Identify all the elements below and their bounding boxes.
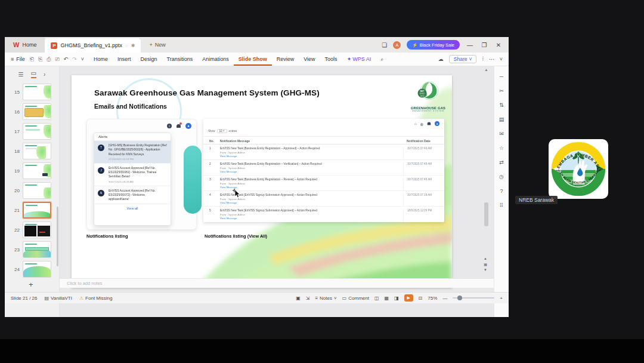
participant-video-tile[interactable]: LEMBAGA SUMBER ASLI DAN ALAM SEKITAR SAR… (549, 139, 608, 199)
tab-slide-show[interactable]: Slide Show (234, 53, 272, 66)
outline-view-icon[interactable]: ☰ (18, 71, 24, 78)
comment-pane-icon[interactable]: ✉ (499, 131, 504, 137)
close-button[interactable]: ✕ (494, 42, 503, 48)
slide-view-icon[interactable]: ▭ (31, 70, 36, 78)
slide-canvas[interactable]: Sarawak Greenhouse Gas Management System… (72, 75, 452, 288)
zoom-slider[interactable] (453, 297, 494, 299)
comment-button[interactable]: ▭ Comment (342, 296, 369, 301)
account-avatar[interactable]: A (393, 41, 401, 49)
print-icon[interactable]: ⎙ (47, 56, 51, 63)
slide-thumbnail[interactable] (23, 143, 51, 159)
sort-icon[interactable]: ⇅ (499, 102, 504, 108)
thumbnail-row-24[interactable]: 24 (5, 260, 60, 278)
thumbnail-row-16[interactable]: 16 (5, 103, 60, 121)
slide-jump-icon[interactable]: ▦ (484, 262, 487, 268)
notes-bar[interactable]: Click to add notes (60, 278, 494, 288)
ghgms-logo[interactable]: NET ZERO 2050 GREENHOUSE GAS MANAGEMENT … (409, 80, 447, 118)
notes-toggle[interactable]: ≡ Notes ˅ (315, 296, 336, 301)
slide-sorter-icon[interactable]: ▦ (384, 296, 389, 301)
tab-transitions[interactable]: Transitions (162, 56, 198, 62)
zoom-slider-handle[interactable] (457, 296, 462, 300)
slide-thumbnail[interactable] (23, 261, 51, 278)
alerts-screenshot[interactable]: i ● Alerts T [GHG-MS] Business Entity Re… (86, 119, 197, 230)
panel-scrollbar[interactable] (57, 207, 58, 266)
home-tab[interactable]: W Home (5, 37, 45, 53)
reading-view-icon[interactable]: ◨ (394, 296, 399, 301)
search-icon[interactable]: ⌕ (376, 56, 388, 63)
thumbnail-row-15[interactable]: 15 (5, 83, 60, 101)
tab-home[interactable]: Home (89, 56, 113, 62)
slide-subtitle[interactable]: Emails and Notifications (94, 103, 167, 110)
slide-title[interactable]: Sarawak Greenhouse Gas Management System… (94, 88, 320, 97)
undo-icon[interactable]: ↶ (64, 56, 69, 62)
font-missing-warning[interactable]: ⚠ Font Missing (79, 296, 113, 301)
selection-pane-icon[interactable]: ▣ (296, 296, 301, 301)
new-tab-button[interactable]: + New (149, 42, 165, 48)
slide-thumbnail[interactable] (23, 182, 51, 199)
tab-view[interactable]: View (299, 56, 320, 62)
black-friday-sale-button[interactable]: ⚡ Black Friday Sale (407, 40, 460, 50)
zoom-out-icon[interactable]: — (442, 296, 447, 301)
thumbnail-row-17[interactable]: 17 (5, 122, 60, 140)
copy-icon[interactable]: ▤ (499, 116, 504, 122)
export-icon[interactable]: ⎘ (38, 56, 42, 63)
next-slide-icon[interactable]: ▼ (484, 267, 487, 273)
slide-thumbnail-selected[interactable] (23, 202, 51, 219)
slide-thumbnail[interactable] (23, 241, 51, 258)
collapse-pane-icon[interactable]: ─ (500, 73, 503, 79)
redo-icon[interactable]: ↷ (72, 56, 77, 62)
tab-animations[interactable]: Animations (197, 56, 234, 62)
theme-indicator[interactable]: ▤ VanillaVTI (44, 296, 72, 301)
editor-scrollbar-thumb[interactable] (484, 202, 488, 226)
expand-panel-icon[interactable]: › (44, 71, 45, 78)
thumbnail-row-18[interactable]: 18 (5, 142, 60, 160)
add-slide-button[interactable]: + (29, 280, 33, 289)
move-pane-icon[interactable]: ⇲ (306, 296, 310, 301)
slide-thumbnail[interactable] (23, 222, 51, 238)
restore-button[interactable]: ❐ (480, 42, 488, 48)
previous-slide-icon[interactable]: ▲ (484, 256, 487, 262)
cut-icon[interactable]: ✂ (499, 88, 504, 94)
task-pane-icon[interactable]: ⫶ (482, 56, 483, 63)
share-button[interactable]: Share ˅ (449, 55, 477, 63)
thumbnail-row-20[interactable]: 20 (5, 182, 60, 199)
file-menu[interactable]: ≡ File (5, 56, 25, 62)
zoom-level[interactable]: 75% (428, 296, 437, 301)
help-icon[interactable]: ? (500, 188, 503, 194)
tab-insert[interactable]: Insert (113, 56, 136, 62)
favorites-icon[interactable]: ☆ (499, 145, 504, 151)
save-icon[interactable]: ⎗ (30, 56, 34, 63)
notifications-table-screenshot[interactable]: ⌂ ◍ ● Show 10 ˅ entries No. Notification… (203, 119, 444, 222)
tab-tools[interactable]: Tools (320, 56, 342, 62)
slide-thumbnail[interactable] (23, 123, 51, 140)
tab-design[interactable]: Design (135, 56, 162, 62)
minimize-button[interactable]: — (466, 42, 474, 48)
slide-thumbnail[interactable] (23, 162, 51, 179)
more-icon[interactable]: ⋯ (489, 56, 494, 62)
cloud-sync-icon[interactable]: ☁ (438, 56, 444, 62)
transfer-icon[interactable]: ⇄ (499, 159, 504, 165)
thumbnail-row-23[interactable]: 23 (5, 241, 60, 259)
history-icon[interactable]: ◷ (499, 174, 504, 180)
thumbnail-row-19[interactable]: 19 (5, 162, 60, 180)
fit-slide-icon[interactable]: ⊡ (419, 296, 423, 301)
quickbar-more-icon[interactable]: ˅ (81, 56, 84, 62)
slide-nav-buttons[interactable]: ▲ ▦ ▼ (484, 256, 487, 273)
zoom-in-icon[interactable]: + (500, 296, 503, 301)
slide-thumbnail[interactable] (23, 84, 51, 100)
tab-wps-ai[interactable]: ✦ WPS AI (342, 56, 376, 62)
document-tab[interactable]: P GHGMS_Briefing_v1.pptx ◌ ✱ (45, 38, 141, 53)
apps-grid-icon[interactable]: ⠿ (500, 202, 504, 208)
thumbnail-row-21[interactable]: 21 (5, 201, 60, 219)
window-switch-icon[interactable]: ❏ (382, 42, 387, 48)
normal-view-icon[interactable]: ◫ (374, 296, 379, 301)
caption-notifications-listing[interactable]: Notifications listing (86, 233, 128, 239)
collapse-ribbon-icon[interactable]: ˅ (500, 56, 503, 62)
thumbnail-row-22[interactable]: 22 (5, 221, 60, 239)
tab-review[interactable]: Review (272, 56, 299, 62)
print-preview-icon[interactable]: ⎚ (55, 56, 59, 63)
scroll-up-icon[interactable]: ▲ (484, 67, 488, 72)
tab-sync-icon[interactable]: ◌ (125, 43, 128, 48)
caption-notifications-listing-view-all[interactable]: Notifications listing (View All) (205, 233, 267, 239)
slide-thumbnail[interactable] (23, 103, 51, 120)
